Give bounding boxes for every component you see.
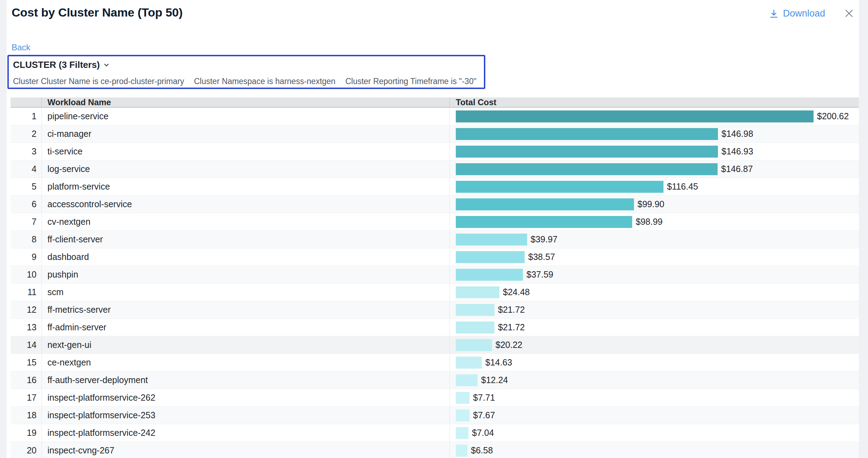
- workload-name-cell: inspect-platformservice-242: [41, 424, 449, 441]
- row-index: 16: [11, 371, 41, 389]
- cost-bar: [456, 251, 525, 263]
- cost-value-label: $7.71: [473, 393, 495, 403]
- workload-name-cell: dashboard: [41, 248, 449, 266]
- cost-value-label: $6.58: [471, 445, 493, 456]
- workload-name-cell: scm: [41, 284, 449, 301]
- filter-item: Cluster Reporting Timeframe is "-30": [345, 77, 477, 86]
- table-row[interactable]: 1pipeline-service$200.62: [11, 108, 859, 125]
- workload-name-cell: cv-nextgen: [41, 213, 449, 230]
- back-link[interactable]: Back: [12, 43, 30, 52]
- close-button[interactable]: [845, 9, 853, 18]
- cost-bar: [456, 110, 814, 122]
- cost-bar: [456, 234, 527, 246]
- cost-value-label: $12.24: [481, 375, 508, 385]
- table-row[interactable]: 7cv-nextgen$98.99: [11, 213, 859, 231]
- cost-bar: [456, 357, 482, 369]
- cost-value-label: $146.87: [721, 164, 753, 174]
- table-row[interactable]: 20inspect-cvng-267$6.58: [11, 442, 859, 458]
- total-cost-cell: $99.90: [449, 196, 859, 213]
- cost-bar: [456, 409, 469, 421]
- cost-bar: [456, 445, 467, 457]
- filter-list: Cluster Cluster Name is ce-prod-cluster-…: [13, 77, 477, 86]
- workload-name-cell: ce-nextgen: [41, 354, 449, 371]
- row-index: 9: [11, 248, 41, 266]
- workload-name-cell: ff-client-server: [41, 231, 449, 248]
- download-button[interactable]: Download: [769, 8, 825, 19]
- cost-bar: [456, 181, 663, 193]
- workload-name-cell: ff-auth-server-deployment: [41, 371, 449, 389]
- workload-name-cell: inspect-cvng-267: [41, 442, 449, 458]
- row-index: 2: [11, 125, 41, 142]
- row-index: 8: [11, 231, 41, 248]
- total-cost-cell: $39.97: [449, 231, 859, 248]
- total-cost-cell: $7.71: [449, 389, 859, 406]
- table-row[interactable]: 4log-service$146.87: [11, 160, 859, 178]
- row-index: 19: [11, 424, 41, 441]
- workload-name-cell: inspect-platformservice-262: [41, 389, 449, 406]
- workload-name-cell: pipeline-service: [41, 108, 449, 125]
- table-row[interactable]: 6accesscontrol-service$99.90: [11, 196, 859, 213]
- cost-value-label: $7.67: [473, 410, 495, 420]
- table-row[interactable]: 16ff-auth-server-deployment$12.24: [11, 371, 859, 389]
- filter-summary[interactable]: CLUSTER (3 Filters): [13, 59, 110, 70]
- cost-bar: [456, 269, 523, 281]
- workload-name-cell: ff-admin-server: [41, 319, 449, 336]
- workload-name-cell: pushpin: [41, 266, 449, 283]
- workload-name-cell: ci-manager: [41, 125, 449, 142]
- table-row[interactable]: 5platform-service$116.45: [11, 178, 859, 196]
- filter-item: Cluster Namespace is harness-nextgen: [194, 77, 336, 86]
- table-row[interactable]: 9dashboard$38.57: [11, 248, 859, 266]
- cost-value-label: $21.72: [498, 305, 525, 315]
- table-row[interactable]: 15ce-nextgen$14.63: [11, 354, 859, 371]
- total-cost-cell: $200.62: [449, 108, 859, 125]
- total-cost-cell: $38.57: [449, 248, 859, 266]
- cost-bar: [456, 322, 494, 333]
- row-index: 20: [11, 442, 41, 458]
- row-index: 13: [11, 319, 41, 336]
- table-row[interactable]: 13ff-admin-server$21.72: [11, 319, 859, 336]
- row-index: 15: [11, 354, 41, 371]
- table-row[interactable]: 2ci-manager$146.98: [11, 125, 859, 143]
- total-cost-cell: $37.59: [449, 266, 859, 283]
- total-cost-cell: $21.72: [449, 319, 859, 336]
- page-title: Cost by Cluster Name (Top 50): [12, 6, 183, 19]
- table-row[interactable]: 17inspect-platformservice-262$7.71: [11, 389, 859, 407]
- close-icon: [845, 9, 853, 18]
- cost-bar: [456, 392, 469, 404]
- cost-value-label: $14.63: [485, 357, 512, 368]
- table-body: 1pipeline-service$200.622ci-manager$146.…: [11, 108, 859, 458]
- cost-value-label: $146.98: [721, 129, 753, 139]
- total-cost-cell: $12.24: [449, 371, 859, 389]
- table-row[interactable]: 10pushpin$37.59: [11, 266, 859, 284]
- table-row[interactable]: 3ti-service$146.93: [11, 143, 859, 160]
- total-cost-cell: $21.72: [449, 301, 859, 318]
- cost-value-label: $98.99: [636, 217, 662, 227]
- row-index: 4: [11, 160, 41, 178]
- cost-bar: [456, 146, 718, 158]
- download-icon: [769, 9, 779, 19]
- content-panel: Cost by Cluster Name (Top 50) Download B…: [7, 0, 859, 458]
- row-index: 5: [11, 178, 41, 195]
- workload-name-cell: accesscontrol-service: [41, 196, 449, 213]
- cost-value-label: $146.93: [721, 146, 753, 157]
- workload-name-cell: ff-metrics-server: [41, 301, 449, 318]
- cost-value-label: $38.57: [528, 252, 555, 262]
- workload-name-cell: inspect-platformservice-253: [41, 407, 449, 424]
- table-row[interactable]: 14next-gen-ui$20.22: [11, 336, 859, 354]
- table-row[interactable]: 19inspect-platformservice-242$7.04: [11, 424, 859, 442]
- table-row[interactable]: 11scm$24.48: [11, 284, 859, 301]
- filter-summary-label: CLUSTER (3 Filters): [13, 59, 100, 70]
- workload-name-cell: platform-service: [41, 178, 449, 195]
- table-row[interactable]: 12ff-metrics-server$21.72: [11, 301, 859, 319]
- filter-panel: CLUSTER (3 Filters) Cluster Cluster Name…: [7, 55, 485, 89]
- cost-bar: [456, 198, 634, 210]
- table-row[interactable]: 8ff-client-server$39.97: [11, 231, 859, 248]
- total-cost-cell: $7.04: [449, 424, 859, 441]
- row-index: 3: [11, 143, 41, 160]
- cost-value-label: $37.59: [526, 269, 553, 280]
- table-row[interactable]: 18inspect-platformservice-253$7.67: [11, 407, 859, 424]
- column-header-index: [11, 97, 41, 107]
- total-cost-cell: $24.48: [449, 284, 859, 301]
- cost-table: Workload Name Total Cost 1pipeline-servi…: [11, 97, 859, 458]
- total-cost-cell: $20.22: [449, 336, 859, 354]
